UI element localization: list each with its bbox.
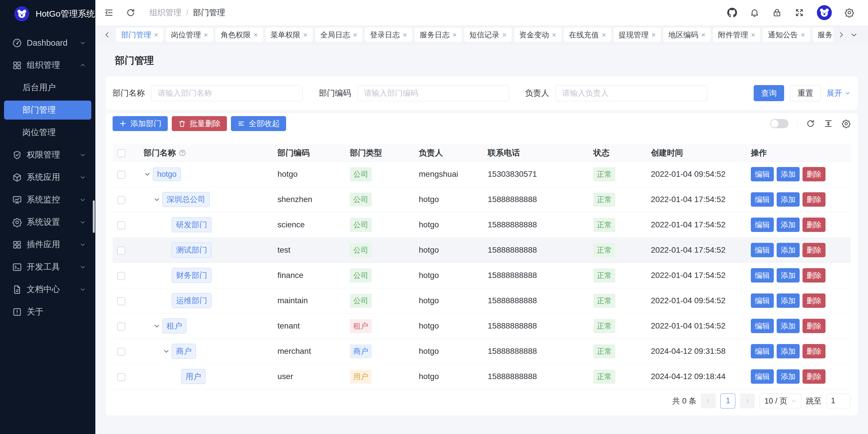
app-logo[interactable]: HotGo管理系统 <box>0 0 95 26</box>
page-size-select[interactable]: 10 / 页 <box>760 394 801 408</box>
row-edit-button[interactable]: 编辑 <box>751 369 774 384</box>
tab-短信记录[interactable]: 短信记录× <box>464 28 512 42</box>
tab-close-icon[interactable]: × <box>303 31 308 38</box>
tab-close-icon[interactable]: × <box>453 31 457 38</box>
dept-name-tag[interactable]: 运维部门 <box>172 293 211 308</box>
row-add-button[interactable]: 添加 <box>777 192 800 207</box>
tab-全局日志[interactable]: 全局日志× <box>315 28 363 42</box>
row-checkbox[interactable] <box>117 322 125 330</box>
add-dept-button[interactable]: 添加部门 <box>113 116 168 131</box>
row-add-button[interactable]: 添加 <box>777 344 800 358</box>
row-edit-button[interactable]: 编辑 <box>751 243 774 257</box>
row-delete-button[interactable]: 删除 <box>803 319 826 333</box>
row-add-button[interactable]: 添加 <box>777 369 800 384</box>
dept-name-tag[interactable]: 深圳总公司 <box>162 192 210 207</box>
row-delete-button[interactable]: 删除 <box>803 243 826 257</box>
dept-name-tag[interactable]: 测试部门 <box>172 242 211 258</box>
reset-button[interactable]: 重置 <box>790 85 821 101</box>
row-edit-button[interactable]: 编辑 <box>751 344 774 358</box>
tabs-menu-icon[interactable] <box>849 30 858 39</box>
expand-link[interactable]: 展开 <box>827 88 851 98</box>
row-add-button[interactable]: 添加 <box>777 293 800 308</box>
sidebar-item-dept-manage[interactable]: 部门管理 <box>4 100 91 120</box>
row-add-button[interactable]: 添加 <box>777 167 800 181</box>
reload-table-icon[interactable] <box>806 119 815 128</box>
select-all-checkbox[interactable] <box>117 149 125 157</box>
row-checkbox[interactable] <box>117 272 125 280</box>
tab-close-icon[interactable]: × <box>651 31 656 38</box>
search-input-dept-name[interactable] <box>151 85 303 101</box>
tab-close-icon[interactable]: × <box>801 31 805 38</box>
query-button[interactable]: 查询 <box>754 85 784 101</box>
row-delete-button[interactable]: 删除 <box>803 192 826 207</box>
sidebar-item-about[interactable]: 关于 <box>4 302 91 321</box>
row-edit-button[interactable]: 编辑 <box>751 319 774 333</box>
notifications-bell-icon[interactable] <box>750 8 760 18</box>
tab-close-icon[interactable]: × <box>701 31 706 38</box>
row-delete-button[interactable]: 删除 <box>803 293 826 308</box>
sidebar-item-admin-users[interactable]: 后台用户 <box>4 78 91 97</box>
sidebar-item-dev-tools[interactable]: 开发工具 <box>4 258 91 277</box>
tab-部门管理[interactable]: 部门管理× <box>116 28 163 42</box>
row-delete-button[interactable]: 删除 <box>803 218 826 232</box>
tab-通知公告[interactable]: 通知公告× <box>763 28 810 42</box>
row-checkbox[interactable] <box>117 221 125 229</box>
search-input-dept-code[interactable] <box>357 85 509 101</box>
dept-name-tag[interactable]: 租户 <box>162 318 186 334</box>
fullscreen-icon[interactable] <box>795 8 804 18</box>
sidebar-item-sys-monitor[interactable]: 系统监控 <box>4 190 91 209</box>
tab-close-icon[interactable]: × <box>253 31 258 38</box>
github-icon[interactable] <box>727 8 737 18</box>
tab-close-icon[interactable]: × <box>602 31 606 38</box>
sidebar-scrollbar-thumb[interactable] <box>93 200 95 233</box>
tab-close-icon[interactable]: × <box>502 31 506 38</box>
row-add-button[interactable]: 添加 <box>777 243 800 257</box>
tab-close-icon[interactable]: × <box>403 31 407 38</box>
sidebar-item-sys-app[interactable]: 系统应用 <box>4 168 91 187</box>
row-checkbox[interactable] <box>117 171 125 179</box>
prev-page-button[interactable] <box>701 394 716 408</box>
column-settings-gear-icon[interactable] <box>842 119 851 128</box>
tab-close-icon[interactable]: × <box>751 31 755 38</box>
tab-岗位管理[interactable]: 岗位管理× <box>166 28 213 42</box>
tab-资金变动[interactable]: 资金变动× <box>514 28 561 42</box>
lock-screen-icon[interactable] <box>772 8 782 18</box>
tab-菜单权限[interactable]: 菜单权限× <box>266 28 313 42</box>
sidebar-item-doc-center[interactable]: 文档中心 <box>4 280 91 299</box>
row-edit-button[interactable]: 编辑 <box>751 293 774 308</box>
row-checkbox[interactable] <box>117 247 125 255</box>
tab-close-icon[interactable]: × <box>552 31 556 38</box>
row-add-button[interactable]: 添加 <box>777 268 800 283</box>
tab-提现管理[interactable]: 提现管理× <box>614 28 661 42</box>
tab-登录日志[interactable]: 登录日志× <box>365 28 412 42</box>
row-edit-button[interactable]: 编辑 <box>751 167 774 181</box>
row-edit-button[interactable]: 编辑 <box>751 218 774 232</box>
tab-服务日志[interactable]: 服务日志× <box>414 28 462 42</box>
tab-服务监控[interactable]: 服务监控× <box>812 28 833 42</box>
row-checkbox[interactable] <box>117 297 125 305</box>
dept-name-tag[interactable]: 用户 <box>181 369 205 384</box>
jump-to-input[interactable] <box>826 394 851 408</box>
sidebar-item-sys-setting[interactable]: 系统设置 <box>4 213 91 232</box>
row-delete-button[interactable]: 删除 <box>803 369 826 384</box>
tab-close-icon[interactable]: × <box>353 31 357 38</box>
tabs-scroll-left-icon[interactable] <box>103 30 112 39</box>
row-delete-button[interactable]: 删除 <box>803 268 826 283</box>
tab-角色权限[interactable]: 角色权限× <box>215 28 263 42</box>
row-checkbox[interactable] <box>117 196 125 204</box>
tab-附件管理[interactable]: 附件管理× <box>713 28 760 42</box>
tab-close-icon[interactable]: × <box>154 31 158 38</box>
row-add-button[interactable]: 添加 <box>777 218 800 232</box>
row-delete-button[interactable]: 删除 <box>803 167 826 181</box>
row-edit-button[interactable]: 编辑 <box>751 268 774 283</box>
row-add-button[interactable]: 添加 <box>777 319 800 333</box>
breadcrumb-parent[interactable]: 组织管理 <box>149 7 182 18</box>
striped-toggle[interactable] <box>770 119 788 128</box>
sidebar-item-perm-manage[interactable]: 权限管理 <box>4 145 91 165</box>
dept-name-tag[interactable]: 研发部门 <box>172 217 211 232</box>
user-avatar[interactable] <box>817 5 832 20</box>
tab-地区编码[interactable]: 地区编码× <box>663 28 711 42</box>
collapse-sidebar-icon[interactable] <box>104 8 114 18</box>
dept-name-tag[interactable]: 商户 <box>172 344 196 359</box>
refresh-page-icon[interactable] <box>126 8 135 18</box>
